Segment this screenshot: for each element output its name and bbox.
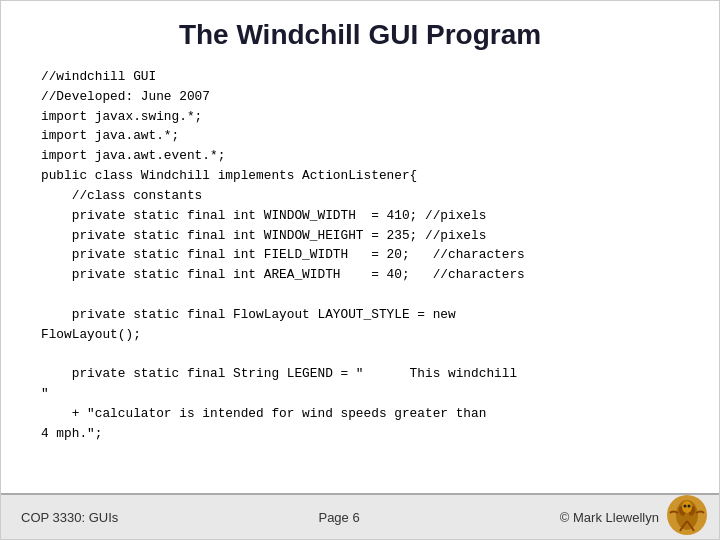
code-line-14: FlowLayout(); (41, 327, 141, 342)
footer-logo-icon (665, 493, 709, 537)
code-line-16: private static final String LEGEND = " T… (41, 366, 517, 381)
footer-course: COP 3330: GUIs (21, 510, 118, 525)
code-line-18: + "calculator is intended for wind speed… (41, 406, 486, 421)
code-line-7: //class constants (41, 188, 202, 203)
slide-footer: COP 3330: GUIs Page 6 © Mark Llewellyn (1, 493, 719, 539)
code-line-3: import javax.swing.*; (41, 109, 202, 124)
code-line-12 (41, 287, 49, 302)
svg-point-6 (688, 505, 691, 508)
code-line-4: import java.awt.*; (41, 128, 179, 143)
code-line-6: public class Windchill implements Action… (41, 168, 417, 183)
footer-page: Page 6 (318, 510, 359, 525)
code-line-19: 4 mph."; (41, 426, 102, 441)
code-line-1: //windchill GUI (41, 69, 156, 84)
code-line-5: import java.awt.event.*; (41, 148, 225, 163)
code-line-10: private static final int FIELD_WIDTH = 2… (41, 247, 525, 262)
slide-title: The Windchill GUI Program (1, 1, 719, 61)
footer-copyright: © Mark Llewellyn (560, 510, 659, 525)
code-line-11: private static final int AREA_WIDTH = 40… (41, 267, 525, 282)
slide-content: //windchill GUI //Developed: June 2007 i… (1, 61, 719, 493)
svg-point-4 (682, 501, 692, 513)
code-line-2: //Developed: June 2007 (41, 89, 210, 104)
code-block: //windchill GUI //Developed: June 2007 i… (41, 67, 679, 444)
code-line-17: " (41, 386, 49, 401)
code-line-15 (41, 347, 49, 362)
slide-container: The Windchill GUI Program //windchill GU… (0, 0, 720, 540)
code-line-8: private static final int WINDOW_WIDTH = … (41, 208, 486, 223)
code-line-13: private static final FlowLayout LAYOUT_S… (41, 307, 456, 322)
svg-point-5 (684, 505, 687, 508)
code-line-9: private static final int WINDOW_HEIGHT =… (41, 228, 486, 243)
